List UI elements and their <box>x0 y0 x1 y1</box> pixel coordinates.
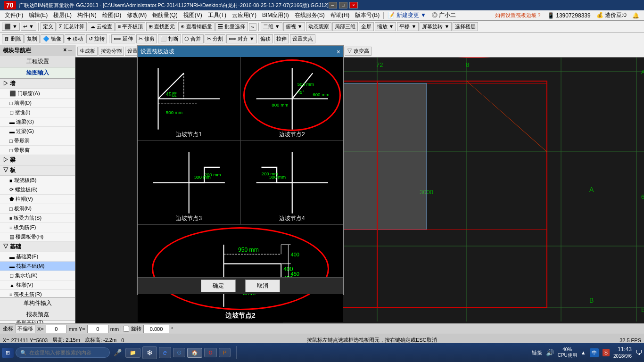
sidebar-drawing-input[interactable]: 绘图输入 <box>0 67 75 79</box>
menu-phone[interactable]: 📱 13907298339 <box>545 11 594 20</box>
menu-edit[interactable]: 编辑(E) <box>26 10 50 20</box>
tree-item-found-beam[interactable]: ▬ 基础梁(F) <box>0 252 75 262</box>
tree-item-niche[interactable]: ◻ 壁龛(I) <box>0 108 75 117</box>
tb-pan[interactable]: 平移 ▼ <box>397 22 419 31</box>
tb-2d[interactable]: 二维 ▼ <box>261 22 282 31</box>
taskbar-app-gbrowser[interactable]: G <box>173 348 186 357</box>
node-panel-2[interactable]: 500 mm 45° 600 mm 800 mm 边坡节点2 <box>241 57 344 140</box>
tree-item-sump[interactable]: ◻ 集水坑(K) <box>0 271 75 280</box>
tb-more[interactable]: » <box>249 23 256 31</box>
search-input[interactable] <box>16 347 110 358</box>
rotate-input[interactable] <box>143 325 169 333</box>
sidebar-single-component[interactable]: 单构件输入 <box>0 298 75 309</box>
tb-fullscreen[interactable]: 全屏 <box>359 22 374 31</box>
tb-offset[interactable]: 偏移 <box>258 34 273 43</box>
node-panel-5-large[interactable]: 950 mm 400 450 90度 0mm 400 <box>138 225 343 322</box>
tb-view-rebar[interactable]: ⊕ 查看钢筋量 <box>178 22 215 31</box>
tree-item-slab-hole[interactable]: □ 板洞(N) <box>0 204 75 214</box>
tb-gen-slab[interactable]: 生成板 <box>77 47 98 56</box>
tb-select-floor[interactable]: 选择楼层 <box>453 22 478 31</box>
node-panel-1[interactable]: 45度 500 mm 边坡节点1 <box>138 57 241 140</box>
menu-floor[interactable]: 楼层(L) <box>50 10 74 20</box>
tb-undo[interactable]: ↩ ▼ <box>21 23 36 31</box>
menu-component[interactable]: 构件(N) <box>74 10 99 20</box>
tb-merge[interactable]: ⬡ 合并 <box>182 34 203 43</box>
taskbar-app-g2[interactable]: G <box>204 348 217 357</box>
mic-icon[interactable]: 🎤 <box>114 349 122 356</box>
tree-item-slab-tension[interactable]: ≡ 板受力筋(S) <box>0 214 75 223</box>
taskbar-app-ggj[interactable]: 🏠 <box>187 348 202 358</box>
menu-bell[interactable]: 🔔 <box>629 11 642 20</box>
tree-item-slab-neg[interactable]: ≡ 板负筋(F) <box>0 223 75 232</box>
tree-item-wall-hole[interactable]: □ 墙洞(D) <box>0 99 75 108</box>
tb-new[interactable]: ⬛ ▼ <box>2 23 20 31</box>
menu-guangxiao[interactable]: ◎ 广小二 <box>429 10 459 20</box>
taskbar-app-files[interactable]: 📁 <box>125 348 140 358</box>
tb-rotate[interactable]: ↺ 旋转 <box>86 34 107 43</box>
tb-split-by-edge[interactable]: 按边分割 <box>99 47 124 56</box>
menu-modify[interactable]: 修改(M) <box>124 10 149 20</box>
tray-link[interactable]: 链接 <box>532 349 542 356</box>
tray-sound-icon[interactable]: 🔊 <box>546 349 554 356</box>
tb-copy[interactable]: 复制 <box>25 34 40 43</box>
tree-item-raft[interactable]: ▬ 筏板基础(M) <box>0 262 75 271</box>
tb-batch-select[interactable]: ☰ 批量选择 <box>215 22 248 31</box>
menu-rebar[interactable]: 钢筋量(Q) <box>149 10 180 20</box>
dialog-close-btn[interactable]: × <box>337 48 340 56</box>
tb-find[interactable]: ⊞ 查找图元 <box>146 22 177 31</box>
taskbar-app-ie[interactable]: e <box>159 347 171 358</box>
tree-item-coupling-beam[interactable]: ▬ 连梁(G) <box>0 117 75 127</box>
tray-ime[interactable]: S <box>603 349 610 356</box>
tree-group-wall[interactable]: ▷ 墙 <box>0 79 75 89</box>
node-panel-4[interactable]: 300 mm 200 mm 边坡节点4 <box>241 141 344 224</box>
menu-draw[interactable]: 绘图(D) <box>99 10 124 20</box>
tb-align[interactable]: ⟺ 对齐 ▼ <box>226 34 257 43</box>
menu-coins[interactable]: 💰 造价豆:0 <box>594 10 629 20</box>
menu-view[interactable]: 视图(V) <box>181 10 205 20</box>
tb-extend[interactable]: ⟺ 延伸 <box>111 34 135 43</box>
tray-lang[interactable]: 中 <box>590 348 599 357</box>
tb-move[interactable]: ✚ 移动 <box>65 34 85 43</box>
tree-item-spiral-slab[interactable]: ⟳ 螺旋板(B) <box>0 185 75 195</box>
drawing-area[interactable]: 生成板 按边分割 设置筏板变截面 查看板内筋 筋 设置所有边坡 ▼ 取消所有边坡… <box>75 45 644 323</box>
tb-change-height[interactable]: ▽ 改变高 <box>345 47 372 56</box>
menu-cloud[interactable]: 云应用(Y) <box>229 10 259 20</box>
tray-notification[interactable]: 🗨 <box>636 349 642 356</box>
tree-group-slab[interactable]: ▽ 板 <box>0 165 75 176</box>
tree-item-col-pier[interactable]: ▲ 柱墩(V) <box>0 280 75 290</box>
dialog-cancel-button[interactable]: 取消 <box>245 280 280 292</box>
tb-zoom[interactable]: 缩放 ▼ <box>375 22 396 31</box>
tb-break[interactable]: ⬜ 打断 <box>158 34 181 43</box>
sidebar-report[interactable]: 报表预览 <box>0 309 75 321</box>
close-button[interactable]: × <box>349 2 358 8</box>
menu-online[interactable]: 在线服务(S) <box>292 10 328 20</box>
tree-item-strip-hole[interactable]: □ 带形洞 <box>0 136 75 146</box>
tree-item-column-cap[interactable]: ⬟ 柱帽(V) <box>0 195 75 204</box>
tb-mirror[interactable]: 🔷 镜像 <box>41 34 64 43</box>
tb-topview[interactable]: 俯视 ▼ <box>283 22 305 31</box>
sidebar-engineering[interactable]: 工程设置 <box>0 56 75 67</box>
tb-rotate-screen[interactable]: 屏幕旋转 ▼ <box>420 22 452 31</box>
taskbar-app-fan[interactable]: ❄ <box>142 346 157 359</box>
tree-group-foundation[interactable]: ▽ 基础 <box>0 242 75 252</box>
tree-group-beam[interactable]: ▷ 梁 <box>0 155 75 165</box>
tree-item-linked-window[interactable]: ⬛ 门联窗(A) <box>0 89 75 99</box>
menu-bim[interactable]: BIM应用(I) <box>259 10 292 20</box>
menu-help-text[interactable]: 如何设置筏板边坡？ <box>492 11 545 20</box>
taskbar-app-p[interactable]: P <box>219 348 231 357</box>
maximize-button[interactable]: □ <box>339 2 347 8</box>
tb-dynamic[interactable]: 动态观察 <box>306 22 331 31</box>
menu-new-change[interactable]: 📝 新建变更 ▼ <box>385 10 429 20</box>
tree-item-cast-slab[interactable]: ■ 现浇板(B) <box>0 176 75 185</box>
tb-stretch[interactable]: 拉伸 <box>274 34 289 43</box>
menu-file[interactable]: 文件(F) <box>2 10 26 20</box>
tree-item-floor-band[interactable]: ▤ 楼层板带(H) <box>0 232 75 242</box>
tb-split[interactable]: ✂ 分割 <box>205 34 225 43</box>
node-panel-3[interactable]: 300 mm 200 mm 边坡节点3 <box>138 141 241 224</box>
tb-partial3d[interactable]: 局部三维 <box>332 22 358 31</box>
tb-trim[interactable]: ✂ 修剪 <box>136 34 157 43</box>
menu-tools[interactable]: 工具(T) <box>205 10 229 20</box>
tb-calculate[interactable]: Σ 汇总计算 <box>57 22 87 31</box>
menu-help[interactable]: 帮助(H) <box>328 10 353 20</box>
y-input[interactable] <box>87 325 108 333</box>
